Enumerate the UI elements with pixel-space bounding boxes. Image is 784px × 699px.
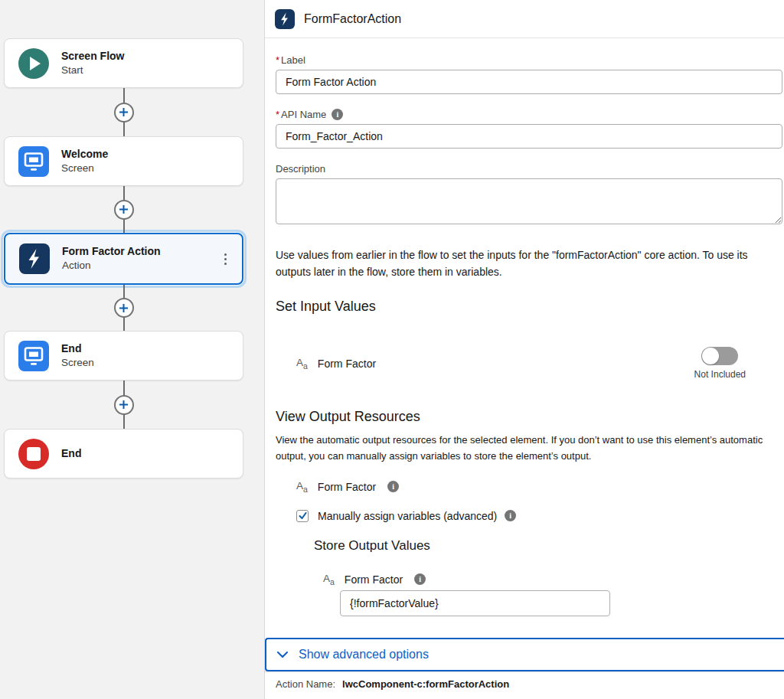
- plus-icon: [119, 400, 129, 410]
- action-name-footer: Action Name: lwcComponent-c:formFactorAc…: [265, 671, 784, 699]
- include-toggle[interactable]: [701, 347, 738, 365]
- manually-assign-checkbox[interactable]: [296, 510, 309, 522]
- node-subtitle: Screen: [61, 162, 232, 175]
- text-type-icon: Aa: [296, 480, 308, 494]
- node-subtitle: Screen: [61, 356, 232, 370]
- description-textarea[interactable]: [276, 178, 782, 224]
- flow-node-end-screen[interactable]: End Screen: [4, 331, 243, 381]
- flow-connector: [4, 186, 243, 233]
- add-element-button[interactable]: [114, 200, 134, 220]
- node-menu-button[interactable]: [220, 250, 231, 268]
- node-title: Form Factor Action: [62, 244, 220, 259]
- toggle-status: Not Included: [694, 369, 746, 380]
- bolt-icon: [275, 9, 295, 29]
- add-element-button[interactable]: [114, 298, 134, 318]
- api-name-field-label: *API Name i: [276, 109, 782, 120]
- node-subtitle: Start: [61, 64, 232, 77]
- flow-node-form-factor-action[interactable]: Form Factor Action Action: [4, 233, 243, 285]
- param-label: Form Factor: [345, 573, 403, 586]
- flow-canvas: Screen Flow Start Welcome: [0, 0, 264, 699]
- info-icon[interactable]: i: [332, 109, 343, 120]
- store-output-input[interactable]: [340, 590, 610, 616]
- node-title: End: [61, 446, 232, 461]
- panel-header: FormFactorAction: [265, 0, 784, 38]
- action-name-value: lwcComponent-c:formFactorAction: [342, 678, 509, 690]
- store-form-factor-row: Aa Form Factor i: [323, 573, 782, 586]
- form-factor-output-row: Aa Form Factor i: [296, 480, 782, 494]
- property-panel: FormFactorAction *Label *API Name i Desc…: [264, 0, 784, 699]
- node-title: Screen Flow: [61, 49, 232, 64]
- checkbox-label: Manually assign variables (advanced) i: [318, 510, 516, 522]
- flow-connector: [4, 285, 243, 331]
- intro-text: Use values from earlier in the flow to s…: [276, 247, 782, 280]
- view-output-description: View the automatic output resources for …: [276, 433, 782, 465]
- plus-icon: [119, 107, 129, 117]
- check-icon: [299, 512, 307, 520]
- label-input[interactable]: [276, 70, 782, 94]
- form-factor-input-row: Aa Form Factor Not Included: [296, 347, 746, 380]
- flow-node-end[interactable]: End: [4, 429, 243, 479]
- flow-connector: [4, 88, 243, 136]
- manually-assign-row: Manually assign variables (advanced) i: [296, 510, 782, 522]
- add-element-button[interactable]: [114, 395, 134, 415]
- add-element-button[interactable]: [114, 103, 134, 122]
- text-type-icon: Aa: [323, 573, 335, 586]
- api-name-input[interactable]: [276, 124, 782, 149]
- flow-node-start[interactable]: Screen Flow Start: [4, 38, 243, 88]
- label-field-label: *Label: [276, 54, 782, 66]
- screen-icon: [18, 146, 49, 177]
- screen-icon: [18, 341, 49, 371]
- panel-title: FormFactorAction: [304, 12, 401, 26]
- info-icon[interactable]: i: [505, 510, 516, 521]
- param-label: Form Factor: [318, 358, 376, 370]
- stop-icon: [18, 439, 49, 469]
- action-name-label: Action Name:: [276, 678, 335, 690]
- node-subtitle: Action: [62, 259, 220, 273]
- chevron-down-icon: [277, 652, 288, 658]
- flow-connector: [4, 381, 243, 429]
- flow-node-welcome[interactable]: Welcome Screen: [4, 136, 243, 186]
- plus-icon: [119, 303, 129, 313]
- view-output-resources-heading: View Output Resources: [276, 409, 782, 425]
- show-advanced-options-button[interactable]: Show advanced options: [265, 638, 784, 671]
- flow-builder-app: Screen Flow Start Welcome: [0, 0, 784, 699]
- description-field-label: Description: [276, 163, 782, 175]
- node-title: Welcome: [61, 147, 232, 162]
- info-icon[interactable]: i: [414, 573, 426, 585]
- play-icon: [18, 48, 49, 79]
- text-type-icon: Aa: [296, 357, 308, 371]
- plus-icon: [119, 204, 129, 214]
- store-output-values-heading: Store Output Values: [314, 538, 782, 554]
- node-title: End: [61, 341, 232, 356]
- param-label: Form Factor: [318, 481, 376, 493]
- info-icon[interactable]: i: [387, 481, 399, 492]
- set-input-values-heading: Set Input Values: [276, 299, 782, 315]
- bolt-icon: [19, 243, 50, 274]
